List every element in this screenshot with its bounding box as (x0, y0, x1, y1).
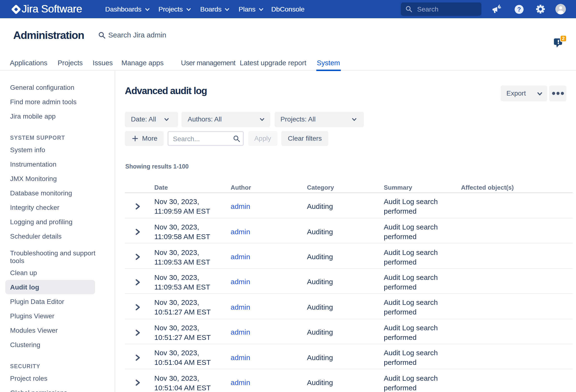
svg-text:2: 2 (562, 35, 565, 41)
svg-text:?: ? (517, 6, 520, 12)
